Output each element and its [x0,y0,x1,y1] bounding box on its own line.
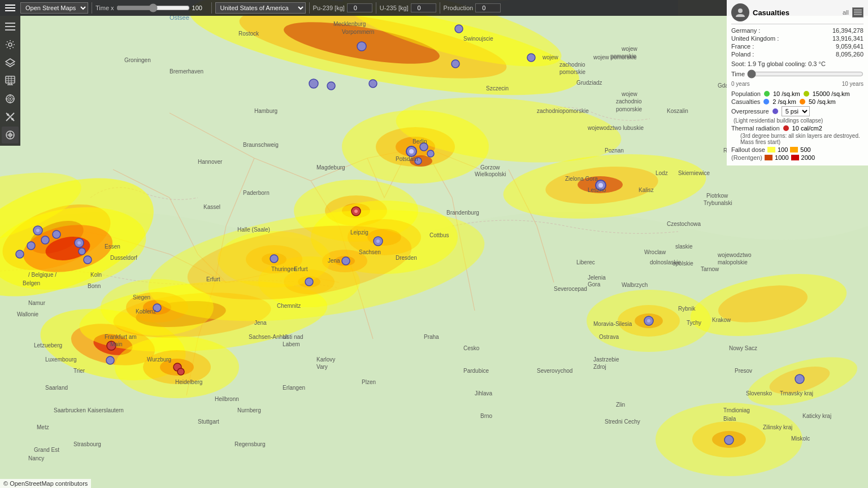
svg-text:Jastrzebie: Jastrzebie [593,356,619,363]
svg-point-244 [11,118,14,120]
svg-text:Cottbus: Cottbus [429,232,449,238]
svg-point-70 [455,25,463,33]
sidebar-layers-icon[interactable] [2,54,19,71]
svg-text:Piotrkow: Piotrkow [706,193,728,199]
svg-text:Nowy Sacz: Nowy Sacz [729,345,757,351]
svg-text:Regensburg: Regensburg [235,441,265,447]
thermal-value: 10 cal/cm2 [792,125,822,132]
time-end-label: 10 years [842,81,863,87]
svg-point-74 [452,60,459,68]
svg-text:Lodz: Lodz [656,170,668,176]
country-value: 8,095,260 [836,51,863,58]
svg-point-61 [41,236,49,244]
svg-text:Groningen: Groningen [124,57,151,63]
sidebar-target-icon[interactable] [2,90,19,107]
production-label: Production [444,5,474,11]
svg-point-97 [795,374,804,384]
sidebar-location-icon[interactable] [2,127,19,143]
pop-green-val: 10 /sq.km [773,90,800,97]
production-input[interactable] [475,3,501,12]
map-container: Rostock Mecklenburg Vorpommern Swinoujsc… [0,0,868,488]
time-slider[interactable] [116,3,190,12]
fallout-100-square [767,147,775,152]
thermal-dot [783,125,789,131]
svg-text:Severovychod: Severovychod [537,368,572,374]
left-sidebar [0,16,20,146]
svg-text:Biala: Biala [723,416,736,422]
svg-text:Severocepad: Severocepad [554,286,587,292]
fallout-unit: (Roentgen) [731,154,762,161]
svg-text:Stuttgart: Stuttgart [198,419,219,425]
pu239-input[interactable] [347,3,372,12]
country-row-uk: United Kingdom : 13,916,341 [731,34,863,42]
soot-info: Soot: 1.9 Tg global cooling: 0.3 °C [731,60,863,67]
sidebar-settings-icon[interactable] [2,36,19,53]
pop-yellow-dot [804,91,809,97]
svg-text:Jena: Jena [328,258,340,264]
fallout-1000-label: 1000 [775,154,788,161]
country-value: 13,916,341 [832,35,863,42]
hamburger-menu[interactable] [2,0,18,16]
svg-point-235 [10,98,11,100]
svg-text:Grand Est: Grand Est [34,447,59,453]
svg-text:wojew: wojew [621,46,638,52]
svg-text:Potsdam: Potsdam [396,156,418,162]
svg-text:Zielona Gora: Zielona Gora [565,176,598,182]
table-view-icon[interactable] [852,7,863,18]
svg-text:Brandenburg: Brandenburg [446,210,479,216]
svg-text:Brno: Brno [480,413,493,419]
svg-text:Dusseldorf: Dusseldorf [110,255,137,261]
country-select[interactable]: United States of America [215,2,306,14]
casualties-legend-label: Casualties [731,98,760,105]
svg-text:Gora: Gora [588,281,601,287]
panel-time-slider[interactable] [747,69,863,79]
sidebar-data-icon[interactable] [2,72,19,89]
time-control: 100 [116,3,208,12]
thermal-label: Thermal radiation [731,125,780,132]
svg-text:slaskie: slaskie [675,243,693,250]
svg-point-89 [177,368,184,375]
svg-point-95 [647,319,650,323]
country-row-germany: Germany : 16,394,278 [731,27,863,34]
country-row-poland: Poland : 8,095,260 [731,50,863,58]
svg-rect-225 [5,26,15,27]
svg-text:Kalisz: Kalisz [639,187,654,193]
svg-text:Rostock: Rostock [238,30,259,37]
sidebar-menu-icon[interactable] [2,18,19,35]
svg-text:Braunschweig: Braunschweig [243,142,279,148]
svg-text:wojew pomorskie: wojew pomorskie [593,54,637,60]
country-name: United Kingdom : [731,35,779,42]
u235-input[interactable] [411,3,436,12]
svg-text:Skierniewice: Skierniewice [678,170,710,176]
svg-text:Zlin: Zlin [616,402,625,408]
svg-point-98 [270,255,278,263]
overpressure-note: (Light residential buildings collapse) [734,117,863,124]
svg-point-60 [36,229,40,232]
fallout-1000-square [765,155,772,160]
svg-text:Strasbourg: Strasbourg [73,441,101,447]
svg-text:pomorskie: pomorskie [559,69,586,75]
svg-text:Slovensko: Slovensko [746,390,772,396]
svg-point-73 [369,80,377,88]
svg-point-63 [16,250,24,258]
overpressure-select[interactable]: 5 psi [782,106,810,116]
fallout-2000-square [791,155,799,160]
time-value: 100 [192,5,208,11]
svg-text:Saarbrucken: Saarbrucken [54,407,86,413]
svg-text:Stredni Cechy: Stredni Cechy [605,419,640,425]
pop-green-dot [764,91,770,97]
svg-point-67 [79,248,85,255]
svg-text:Trndioniag: Trndioniag [723,407,750,413]
map-type-select[interactable]: Open Street Maps [20,2,88,14]
svg-text:malopolskie: malopolskie [718,259,748,265]
svg-text:Nancy: Nancy [28,455,44,461]
svg-text:Miskolc: Miskolc [791,435,810,442]
fallout-100-label: 100 [778,146,788,153]
svg-rect-252 [854,14,862,15]
svg-point-69 [357,42,366,51]
sidebar-tools-icon[interactable] [2,108,19,125]
svg-text:Wroclaw: Wroclaw [644,249,666,255]
svg-text:Hannover: Hannover [198,159,223,165]
svg-text:Heilbronn: Heilbronn [215,396,239,402]
svg-text:Kassel: Kassel [203,204,220,210]
